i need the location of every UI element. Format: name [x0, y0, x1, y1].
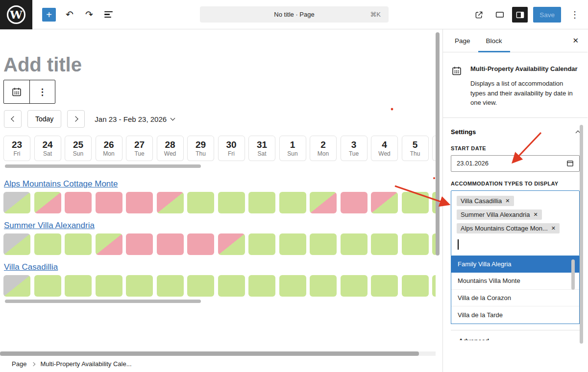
block-options-button[interactable]: ⋮ — [29, 80, 55, 103]
date-weekday: Sun — [287, 150, 297, 157]
availability-cell-green — [371, 275, 398, 297]
date-cell: 3Tue — [341, 136, 368, 161]
date-weekday: Thu — [196, 150, 206, 157]
next-period-button[interactable] — [67, 110, 85, 128]
settings-panel-toggle[interactable]: Settings — [451, 125, 580, 140]
date-cell: 1Sun — [279, 136, 306, 161]
availability-cell-green — [157, 275, 184, 297]
availability-cell-pink-green — [218, 233, 245, 255]
availability-cell-green — [432, 192, 436, 213]
date-cell: 26Mon — [96, 136, 122, 161]
suggestion-item[interactable]: Villa de la Tarde — [451, 306, 579, 324]
editor-horizontal-scrollbar[interactable] — [0, 351, 419, 356]
property-section: Alps Mountains Cottage Monte — [3, 179, 443, 213]
availability-cell-pink — [341, 192, 368, 213]
view-site-button[interactable] — [470, 6, 488, 23]
date-cell — [432, 136, 436, 161]
date-number: 29 — [196, 140, 206, 150]
breadcrumb-page[interactable]: Page — [12, 360, 26, 368]
calendar-icon — [451, 65, 463, 77]
availability-cell-green — [126, 275, 153, 297]
date-number: 2 — [320, 140, 326, 150]
property-section: Villa Casadillia — [3, 262, 443, 297]
date-cell: 2Mon — [310, 136, 337, 161]
date-number: 1 — [290, 140, 295, 150]
text-caret — [458, 239, 459, 250]
previous-period-button[interactable] — [4, 110, 22, 128]
date-cell: 31Sat — [248, 136, 275, 161]
redo-icon: ↷ — [85, 9, 93, 20]
availability-cell-green — [402, 233, 429, 255]
suggestion-item[interactable]: Family Villa Alegria — [451, 256, 579, 273]
page-title-field[interactable]: Add title — [3, 54, 82, 76]
close-sidebar-button[interactable]: ✕ — [567, 33, 584, 48]
tab-block[interactable]: Block — [478, 29, 510, 52]
options-menu-button[interactable]: ⋮ — [566, 7, 583, 22]
suggestion-item[interactable]: Villa de la Corazon — [451, 290, 579, 307]
settings-sidebar: PageBlock ✕ Multi-Property Availability … — [443, 29, 588, 372]
advanced-panel-toggle[interactable]: Advanced — [451, 330, 580, 340]
date-range-dropdown[interactable]: Jan 23 - Feb 23, 2026 — [95, 115, 174, 123]
availability-cell-green — [371, 233, 398, 255]
block-inserter-button[interactable]: + — [42, 8, 56, 22]
sidebar-vertical-scrollbar[interactable] — [580, 125, 583, 344]
property-section: Summer Villa Alexandria — [3, 221, 443, 255]
undo-button[interactable]: ↶ — [64, 7, 75, 22]
suggestions-scrollbar[interactable] — [571, 259, 575, 290]
document-title: No title · Page — [274, 11, 314, 18]
breadcrumb-block[interactable]: Multi-Property Availability Cale... — [40, 360, 131, 368]
date-weekday: Wed — [164, 150, 176, 157]
availability-cell-green — [279, 192, 306, 213]
wordpress-logo-icon: W — [7, 5, 25, 24]
date-weekday: Mon — [103, 150, 114, 157]
property-rows: Alps Mountains Cottage MonteSummer Villa… — [3, 179, 443, 304]
date-cell: 28Wed — [157, 136, 184, 161]
availability-cell-pink — [96, 192, 122, 213]
close-icon: ✕ — [572, 36, 579, 45]
availability-cell-green — [432, 233, 436, 255]
accommodation-types-label: ACCOMMODATION TYPES TO DISPLAY — [451, 181, 580, 186]
list-view-button[interactable] — [102, 7, 115, 22]
date-number: 31 — [257, 140, 267, 150]
availability-cell-green — [402, 192, 429, 213]
token-remove-button[interactable]: ✕ — [505, 198, 510, 204]
save-button[interactable]: Save — [533, 7, 561, 23]
block-card: Multi-Property Availability Calendar Dis… — [443, 52, 588, 118]
token-remove-button[interactable]: ✕ — [533, 211, 538, 218]
preview-button[interactable] — [491, 6, 509, 23]
token-remove-button[interactable]: ✕ — [551, 225, 556, 232]
chevron-down-icon — [171, 116, 175, 120]
accommodation-types-input[interactable]: Villa Casadillia✕Summer Villa Alexandria… — [451, 190, 580, 256]
token-label: Summer Villa Alexandria — [461, 211, 530, 218]
availability-cell-green — [248, 192, 275, 213]
availability-cell-green — [341, 233, 368, 255]
tab-page[interactable]: Page — [447, 29, 478, 52]
date-number: 25 — [73, 140, 83, 150]
date-number: 28 — [165, 140, 175, 150]
date-header-row: 23Fri24Sat25Sun26Mon27Tue28Wed29Thu30Fri… — [3, 136, 436, 161]
availability-cell-green — [310, 233, 337, 255]
dates-horizontal-scrollbar[interactable] — [5, 164, 201, 168]
suggestion-item[interactable]: Mountains Villa Monte — [451, 273, 579, 290]
start-date-input[interactable]: 23.01.2026 — [451, 155, 580, 172]
availability-cell-green — [65, 233, 92, 255]
availability-cell-green-pink — [96, 233, 122, 255]
date-number: 23 — [12, 140, 22, 150]
today-button[interactable]: Today — [27, 110, 61, 128]
property-link[interactable]: Alps Mountains Cottage Monte — [4, 179, 118, 189]
command-shortcut: ⌘K — [370, 11, 381, 18]
wordpress-logo[interactable]: W — [0, 0, 32, 29]
settings-sidebar-toggle[interactable] — [512, 7, 528, 23]
date-number: 4 — [382, 140, 387, 150]
redo-button[interactable]: ↷ — [83, 7, 95, 22]
rows-horizontal-scrollbar[interactable] — [5, 300, 201, 303]
availability-cell-gray-green — [3, 192, 30, 213]
block-type-button[interactable] — [4, 80, 29, 103]
property-link[interactable]: Villa Casadillia — [4, 262, 58, 272]
external-link-icon — [474, 10, 484, 20]
editor-vertical-scrollbar[interactable] — [436, 32, 440, 256]
property-link[interactable]: Summer Villa Alexandria — [4, 221, 95, 231]
block-card-title: Multi-Property Availability Calendar — [470, 64, 580, 74]
list-view-icon — [104, 11, 113, 18]
document-overview-bar[interactable]: No title · Page ⌘K — [200, 6, 389, 23]
